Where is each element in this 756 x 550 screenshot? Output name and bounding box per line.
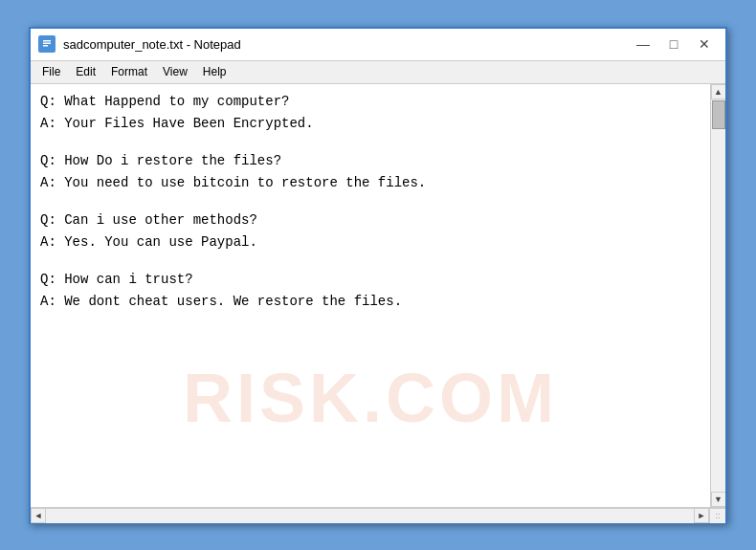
vertical-scrollbar[interactable]: ▲ ▼ [710, 84, 725, 507]
scroll-track-h[interactable] [46, 509, 694, 523]
menu-help[interactable]: Help [195, 63, 234, 80]
scroll-track-v[interactable] [711, 99, 725, 492]
title-bar: sadcomputer_note.txt - Notepad — □ ✕ [31, 29, 725, 61]
text-line: A: Your Files Have Been Encrypted. [40, 114, 700, 134]
window-title: sadcomputer_note.txt - Notepad [63, 37, 241, 52]
text-line: Q: How can i trust? [40, 270, 700, 290]
text-editor[interactable]: RISK.COMQ: What Happend to my computer?A… [31, 84, 710, 507]
title-bar-left: sadcomputer_note.txt - Notepad [38, 35, 241, 53]
notepad-window: sadcomputer_note.txt - Notepad — □ ✕ Fil… [29, 27, 727, 524]
minimize-button[interactable]: — [630, 33, 656, 55]
menu-bar: File Edit Format View Help [31, 61, 725, 84]
bottom-bar: ◄ ► :: [31, 507, 725, 522]
text-line: A: We dont cheat users. We restore the f… [40, 292, 700, 312]
text-line [40, 195, 700, 209]
resize-corner[interactable]: :: [710, 508, 725, 523]
horizontal-scrollbar[interactable]: ◄ ► [31, 508, 710, 523]
close-button[interactable]: ✕ [691, 33, 718, 55]
text-line: A: Yes. You can use Paypal. [40, 232, 700, 253]
menu-file[interactable]: File [34, 63, 68, 80]
text-line [40, 136, 700, 149]
title-bar-controls: — □ ✕ [630, 33, 718, 55]
text-line [40, 254, 700, 268]
text-line: A: You need to use bitcoin to restore th… [40, 173, 700, 193]
svg-rect-1 [43, 40, 51, 42]
scroll-up-arrow[interactable]: ▲ [711, 84, 726, 99]
scroll-thumb-v[interactable] [712, 100, 725, 129]
scroll-right-arrow[interactable]: ► [694, 508, 709, 523]
content-area: RISK.COMQ: What Happend to my computer?A… [31, 84, 725, 507]
maximize-button[interactable]: □ [660, 33, 687, 55]
watermark: RISK.COM [183, 346, 558, 450]
menu-edit[interactable]: Edit [68, 63, 103, 80]
notepad-icon [38, 35, 56, 53]
scroll-left-arrow[interactable]: ◄ [31, 508, 46, 523]
menu-view[interactable]: View [155, 63, 195, 80]
scroll-down-arrow[interactable]: ▼ [711, 492, 726, 507]
text-line: Q: What Happend to my computer? [40, 92, 700, 112]
svg-rect-2 [43, 43, 51, 45]
svg-rect-3 [43, 45, 48, 47]
text-line: Q: Can i use other methods? [40, 210, 700, 231]
text-line: Q: How Do i restore the files? [40, 151, 700, 171]
menu-format[interactable]: Format [103, 63, 155, 80]
